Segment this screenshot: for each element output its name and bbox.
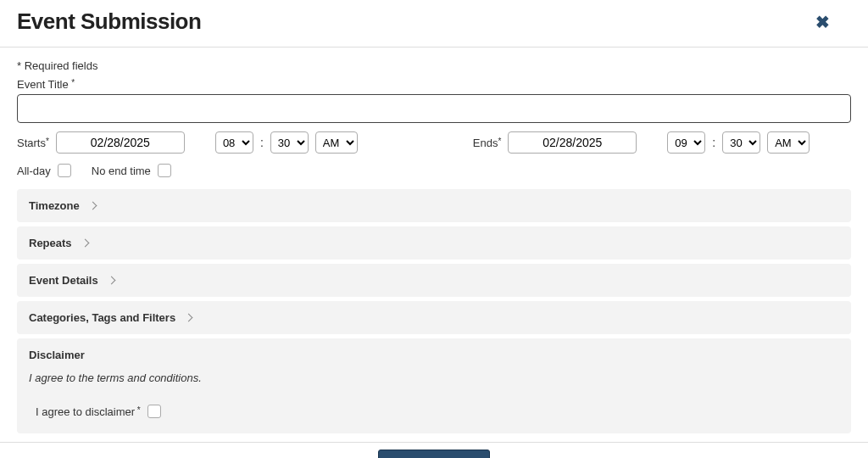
time-colon: :: [260, 136, 264, 149]
event-title-label: Event Title *: [17, 78, 75, 91]
disclaimer-title: Disclaimer: [29, 349, 839, 361]
start-hour-select[interactable]: 08: [215, 131, 253, 154]
accordion-categories[interactable]: Categories, Tags and Filters: [17, 301, 851, 334]
end-hour-select[interactable]: 09: [667, 131, 705, 154]
submit-button[interactable]: SUBMIT EVENT: [378, 450, 490, 458]
time-colon: :: [712, 136, 715, 149]
noend-checkbox[interactable]: [158, 164, 171, 177]
close-icon[interactable]: ✖: [815, 12, 851, 32]
end-ampm-select[interactable]: AM: [767, 131, 810, 154]
chevron-right-icon: [185, 314, 193, 322]
accordion-timezone[interactable]: Timezone: [17, 189, 851, 222]
accordion-repeats[interactable]: Repeats: [17, 226, 851, 260]
disclaimer-text: I agree to the terms and conditions.: [29, 371, 839, 384]
allday-checkbox[interactable]: [58, 164, 71, 177]
chevron-right-icon: [81, 239, 89, 248]
disclaimer-agree-checkbox[interactable]: [147, 405, 161, 418]
required-fields-note: * Required fields: [17, 59, 851, 72]
disclaimer-section: Disclaimer I agree to the terms and cond…: [17, 338, 851, 433]
accordion-categories-label: Categories, Tags and Filters: [29, 311, 175, 324]
chevron-right-icon: [88, 202, 97, 210]
noend-label: No end time: [92, 165, 151, 177]
end-minute-select[interactable]: 30: [722, 131, 760, 154]
starts-label: Starts*: [17, 137, 49, 149]
start-ampm-select[interactable]: AM: [315, 131, 358, 154]
disclaimer-agree-label: I agree to disclaimer *: [36, 405, 141, 418]
event-title-input[interactable]: [17, 94, 851, 123]
ends-label: Ends*: [473, 137, 502, 149]
accordion-details-label: Event Details: [29, 274, 98, 287]
modal-title: Event Submission: [17, 8, 201, 35]
start-date-input[interactable]: [56, 131, 185, 154]
accordion-repeats-label: Repeats: [29, 237, 72, 249]
accordion-timezone-label: Timezone: [29, 199, 80, 212]
accordion-event-details[interactable]: Event Details: [17, 264, 851, 297]
end-date-input[interactable]: [508, 131, 637, 154]
allday-label: All-day: [17, 165, 51, 177]
start-minute-select[interactable]: 30: [270, 131, 309, 154]
chevron-right-icon: [107, 276, 115, 285]
